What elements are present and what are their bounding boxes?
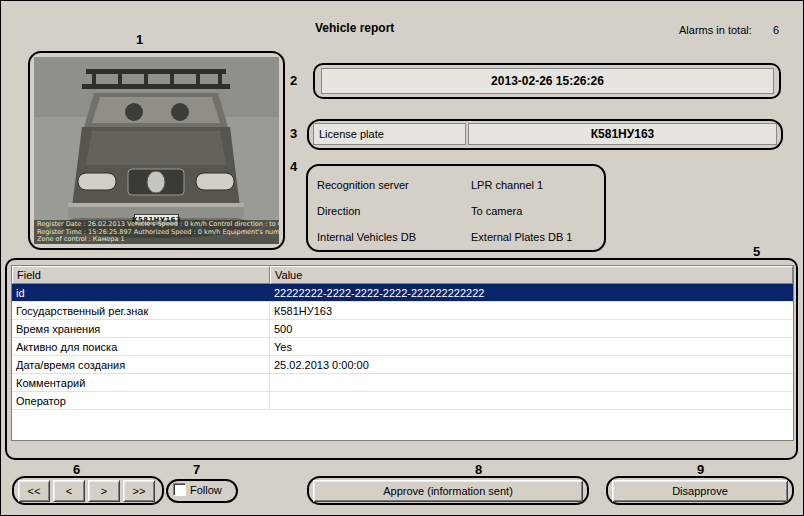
- callout-number-7: 7: [193, 462, 200, 477]
- cell-value: 22222222-2222-2222-2222-222222222222: [270, 284, 793, 301]
- table-row-storage-time[interactable]: Время хранения 500: [12, 320, 793, 338]
- cell-value: 500: [270, 320, 793, 337]
- callout-number-9: 9: [697, 462, 704, 477]
- follow-checkbox[interactable]: [173, 483, 186, 496]
- callout-number-3: 3: [290, 126, 297, 141]
- callout-number-4: 4: [290, 159, 297, 174]
- capture-datetime-value: 2013-02-26 15:26:26: [491, 74, 604, 88]
- license-plate-value-field: К581НУ163: [468, 123, 777, 145]
- internal-db-value: External Plates DB 1: [471, 231, 573, 243]
- alarms-total-count: 6: [773, 24, 779, 36]
- recognition-server-label: Recognition server: [317, 179, 409, 191]
- license-plate-label-field: License plate: [313, 123, 466, 145]
- cell-field: Активно для поиска: [12, 338, 270, 355]
- column-header-value[interactable]: Value: [270, 266, 793, 284]
- license-plate-label: License plate: [319, 128, 384, 140]
- photo-caption-line3: Zone of control : Камера 1: [37, 236, 276, 244]
- callout-number-8: 8: [475, 462, 482, 477]
- vehicle-photo: К581НУ163 Register Date : 26.02.2013 Veh…: [34, 57, 279, 244]
- follow-checkbox-label: Follow: [190, 484, 222, 496]
- cell-field: Государственный рег.знак: [12, 302, 270, 319]
- table-row-operator[interactable]: Оператор: [12, 392, 793, 410]
- vehicle-report-window: Vehicle report Alarms in total: 6 1 2 3 …: [0, 0, 804, 516]
- cell-field: Оператор: [12, 392, 270, 409]
- callout-number-5: 5: [753, 244, 760, 259]
- table-row-id[interactable]: id 22222222-2222-2222-2222-222222222222: [12, 284, 793, 302]
- cell-field: Комментарий: [12, 374, 270, 391]
- internal-db-label: Internal Vehicles DB: [317, 231, 416, 243]
- cell-field: Дата/время создания: [12, 356, 270, 373]
- first-record-button[interactable]: <<: [18, 480, 50, 502]
- direction-value: To camera: [471, 205, 522, 217]
- recognition-server-value: LPR channel 1: [471, 179, 543, 191]
- record-table: Field Value id 22222222-2222-2222-2222-2…: [11, 265, 794, 441]
- callout-number-1: 1: [136, 32, 143, 47]
- table-header-row: Field Value: [12, 266, 793, 284]
- callout-number-6: 6: [73, 462, 80, 477]
- cell-value: [270, 392, 793, 409]
- callout-number-2: 2: [290, 73, 297, 88]
- cell-field: id: [12, 284, 270, 301]
- previous-record-button[interactable]: <: [53, 480, 85, 502]
- cell-value: 25.02.2013 0:00:00: [270, 356, 793, 373]
- disapprove-button[interactable]: Disapprove: [612, 480, 788, 502]
- photo-caption: Register Date : 26.02.2013 Vehicle's Spe…: [34, 220, 279, 244]
- cell-field: Время хранения: [12, 320, 270, 337]
- capture-datetime-field: 2013-02-26 15:26:26: [321, 68, 774, 94]
- approve-button[interactable]: Approve (information sent): [313, 480, 583, 502]
- alarms-total-label: Alarms in total:: [679, 24, 752, 36]
- page-title: Vehicle report: [315, 21, 394, 35]
- table-row-active-for-search[interactable]: Активно для поиска Yes: [12, 338, 793, 356]
- table-row-comment[interactable]: Комментарий: [12, 374, 793, 392]
- column-header-field[interactable]: Field: [12, 266, 270, 284]
- license-plate-value: К581НУ163: [591, 127, 655, 141]
- cell-value: [270, 374, 793, 391]
- table-row-reg-number[interactable]: Государственный рег.знак К581НУ163: [12, 302, 793, 320]
- cell-value: Yes: [270, 338, 793, 355]
- last-record-button[interactable]: >>: [123, 480, 155, 502]
- cell-value: К581НУ163: [270, 302, 793, 319]
- direction-label: Direction: [317, 205, 360, 217]
- next-record-button[interactable]: >: [88, 480, 120, 502]
- table-row-creation-datetime[interactable]: Дата/время создания 25.02.2013 0:00:00: [12, 356, 793, 374]
